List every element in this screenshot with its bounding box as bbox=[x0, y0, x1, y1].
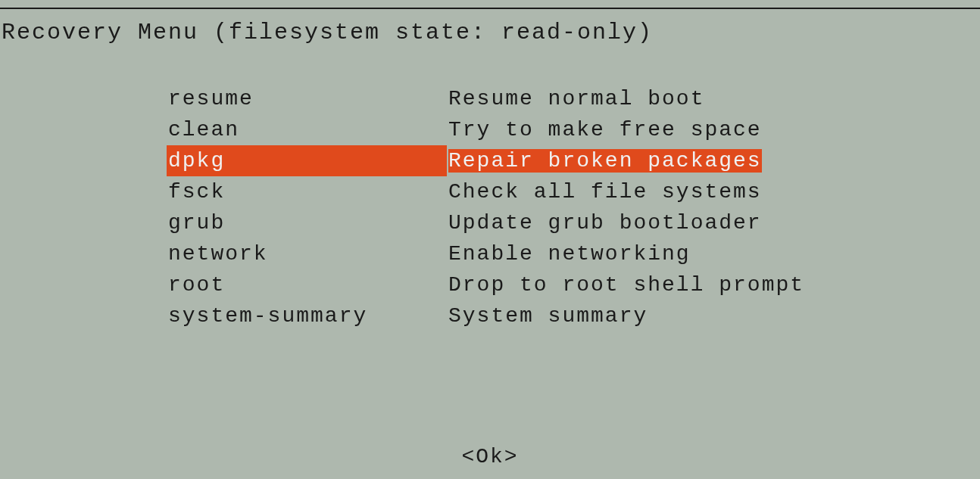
menu-item-grub[interactable]: grub Update grub bootloader bbox=[167, 207, 980, 238]
menu-desc: Try to make free space bbox=[447, 114, 980, 145]
menu-item-root[interactable]: root Drop to root shell prompt bbox=[167, 269, 980, 300]
menu-key: grub bbox=[167, 207, 447, 238]
menu-item-network[interactable]: network Enable networking bbox=[167, 238, 980, 269]
menu-desc: System summary bbox=[447, 300, 980, 331]
menu-key: clean bbox=[167, 114, 447, 145]
menu-list: resume Resume normal boot clean Try to m… bbox=[167, 83, 980, 331]
menu-desc: Resume normal boot bbox=[447, 83, 980, 114]
menu-key: system-summary bbox=[167, 300, 447, 331]
menu-item-system-summary[interactable]: system-summary System summary bbox=[167, 300, 980, 331]
menu-desc: Enable networking bbox=[447, 238, 980, 269]
menu-key: network bbox=[167, 238, 447, 269]
menu-title: Recovery Menu (filesystem state: read-on… bbox=[2, 20, 980, 45]
menu-desc: Update grub bootloader bbox=[447, 207, 980, 238]
menu-desc: Drop to root shell prompt bbox=[447, 269, 980, 300]
menu-key: fsck bbox=[167, 176, 447, 207]
ok-button[interactable]: <Ok> bbox=[0, 445, 980, 468]
menu-key: root bbox=[167, 269, 447, 300]
menu-item-clean[interactable]: clean Try to make free space bbox=[167, 114, 980, 145]
menu-item-dpkg[interactable]: dpkg Repair broken packages bbox=[167, 145, 980, 176]
menu-key: dpkg bbox=[167, 145, 447, 176]
menu-item-resume[interactable]: resume Resume normal boot bbox=[167, 83, 980, 114]
menu-key: resume bbox=[167, 83, 447, 114]
menu-desc: Check all file systems bbox=[447, 176, 980, 207]
menu-item-fsck[interactable]: fsck Check all file systems bbox=[167, 176, 980, 207]
menu-desc: Repair broken packages bbox=[447, 145, 980, 176]
recovery-menu-frame: Recovery Menu (filesystem state: read-on… bbox=[0, 8, 980, 479]
